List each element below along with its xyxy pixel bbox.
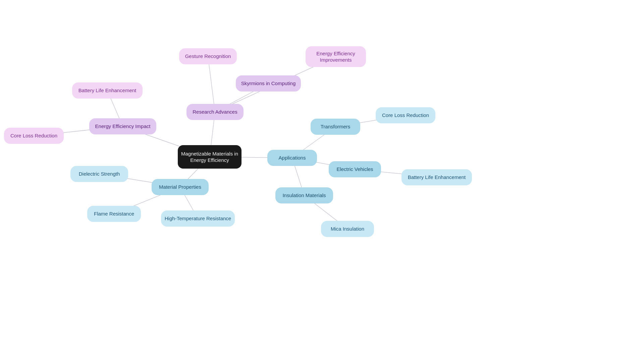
skyrmions-node[interactable]: Skyrmions in Computing bbox=[236, 75, 301, 92]
flame-resistance-label: Flame Resistance bbox=[93, 210, 136, 218]
transformers-node[interactable]: Transformers bbox=[311, 119, 360, 135]
research-advances-node[interactable]: Research Advances bbox=[186, 104, 244, 120]
core-loss-left-node[interactable]: Core Loss Reduction bbox=[4, 128, 64, 144]
energy-efficiency-impact-node[interactable]: Energy Efficiency Impact bbox=[89, 118, 156, 134]
dielectric-strength-label: Dielectric Strength bbox=[77, 170, 121, 178]
insulation-materials-label: Insulation Materials bbox=[281, 191, 327, 199]
electric-vehicles-node[interactable]: Electric Vehicles bbox=[329, 161, 381, 177]
material-properties-node[interactable]: Material Properties bbox=[152, 179, 209, 195]
battery-life-right-label: Battery Life Enhancement bbox=[407, 173, 467, 181]
skyrmions-label: Skyrmions in Computing bbox=[240, 79, 297, 87]
battery-life-left-label: Battery Life Enhancement bbox=[77, 86, 138, 95]
applications-node[interactable]: Applications bbox=[267, 150, 317, 166]
high-temp-label: High-Temperature Resistance bbox=[163, 215, 232, 223]
energy-efficiency-impact-label: Energy Efficiency Impact bbox=[94, 122, 152, 130]
gesture-recognition-label: Gesture Recognition bbox=[184, 52, 232, 60]
mica-insulation-label: Mica Insulation bbox=[329, 225, 366, 233]
material-properties-label: Material Properties bbox=[158, 183, 203, 191]
high-temp-node[interactable]: High-Temperature Resistance bbox=[161, 210, 235, 227]
applications-label: Applications bbox=[277, 154, 307, 162]
center-node[interactable]: Magnetizable Materials inEnergy Efficien… bbox=[178, 145, 241, 169]
electric-vehicles-label: Electric Vehicles bbox=[335, 165, 374, 173]
insulation-materials-node[interactable]: Insulation Materials bbox=[275, 187, 333, 203]
center-node-label: Magnetizable Materials inEnergy Efficien… bbox=[180, 150, 239, 164]
battery-life-right-node[interactable]: Battery Life Enhancement bbox=[401, 169, 472, 185]
transformers-label: Transformers bbox=[319, 123, 352, 131]
energy-efficiency-improvements-label: Energy EfficiencyImprovements bbox=[315, 50, 357, 64]
core-loss-right-label: Core Loss Reduction bbox=[381, 111, 430, 119]
dielectric-strength-node[interactable]: Dielectric Strength bbox=[70, 166, 128, 182]
mica-insulation-node[interactable]: Mica Insulation bbox=[321, 221, 374, 237]
energy-efficiency-improvements-node[interactable]: Energy EfficiencyImprovements bbox=[306, 46, 366, 67]
research-advances-label: Research Advances bbox=[191, 108, 238, 116]
core-loss-right-node[interactable]: Core Loss Reduction bbox=[376, 107, 435, 123]
gesture-recognition-node[interactable]: Gesture Recognition bbox=[179, 48, 237, 64]
flame-resistance-node[interactable]: Flame Resistance bbox=[87, 206, 141, 222]
core-loss-left-label: Core Loss Reduction bbox=[9, 132, 59, 140]
battery-life-left-node[interactable]: Battery Life Enhancement bbox=[72, 82, 143, 99]
